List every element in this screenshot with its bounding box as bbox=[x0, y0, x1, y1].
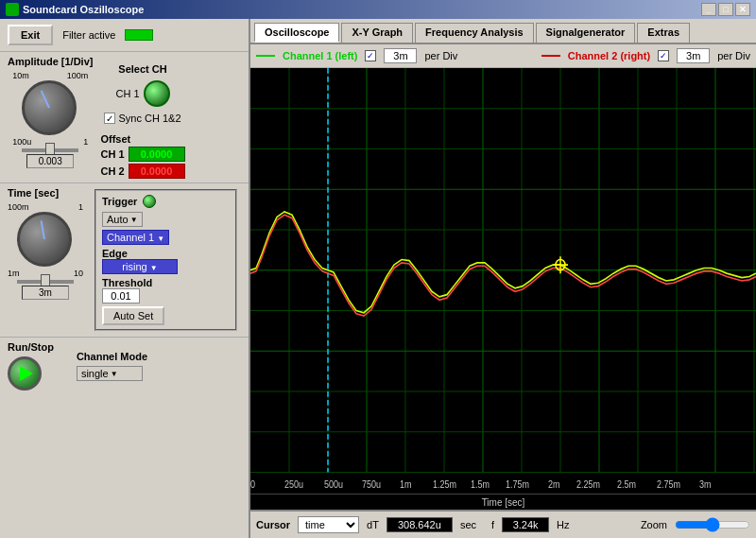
xaxis-title-bar: Time [sec] bbox=[250, 494, 756, 510]
time-slider[interactable] bbox=[17, 280, 74, 284]
edge-section: Edge rising ▼ bbox=[102, 248, 230, 274]
minimize-button[interactable]: _ bbox=[701, 3, 716, 16]
select-ch-label: Select CH bbox=[118, 63, 166, 75]
channel-mode-value: single bbox=[81, 368, 109, 379]
dt-unit: sec bbox=[460, 519, 476, 530]
ch1-channel-label: Channel 1 (left) bbox=[283, 50, 357, 61]
time-label-tl: 100m bbox=[8, 202, 29, 212]
amp-label-br: 1 bbox=[83, 137, 88, 147]
maximize-button[interactable]: □ bbox=[718, 3, 733, 16]
trigger-mode-row: Auto ▼ bbox=[102, 212, 230, 227]
xaxis-label-3m: 3m bbox=[699, 479, 712, 491]
time-value: 3m bbox=[22, 286, 69, 300]
ch1-per-div-input[interactable] bbox=[384, 48, 417, 63]
tab-extras[interactable]: Extras bbox=[637, 23, 690, 43]
amp-label-tr: 100m bbox=[67, 71, 89, 80]
offset-ch1-input[interactable] bbox=[129, 147, 185, 162]
edge-label: Edge bbox=[102, 248, 230, 259]
close-button[interactable]: ✕ bbox=[735, 3, 750, 16]
run-stop-button[interactable] bbox=[8, 356, 42, 390]
tab-xy-graph[interactable]: X-Y Graph bbox=[341, 23, 413, 43]
offset-area: Offset CH 1 CH 2 bbox=[100, 133, 184, 179]
tab-signalgenerator[interactable]: Signalgenerator bbox=[536, 23, 636, 43]
amplitude-section: Amplitude [1/Div] 10m 100m 100u 1 0.003 bbox=[0, 52, 249, 183]
tabs-bar: Oscilloscope X-Y Graph Frequency Analysi… bbox=[250, 19, 756, 44]
xaxis-label-175m: 1.75m bbox=[506, 479, 529, 491]
edge-dropdown[interactable]: rising ▼ bbox=[102, 259, 178, 274]
xaxis-label-500u: 500u bbox=[324, 479, 343, 491]
trigger-mode-label: Auto bbox=[107, 214, 129, 225]
window-controls[interactable]: _ □ ✕ bbox=[701, 3, 750, 16]
ch1-checkbox[interactable]: ✓ bbox=[365, 50, 376, 61]
xaxis-label-25m: 2.5m bbox=[617, 479, 636, 491]
edge-value: rising bbox=[122, 261, 146, 272]
left-panel: Exit Filter active Amplitude [1/Div] 10m… bbox=[0, 19, 250, 538]
osc-svg: 0 250u 500u 750u 1m 1.25m 1.5m 1.75m 2m … bbox=[250, 68, 756, 494]
ch2-per-div-input[interactable] bbox=[677, 48, 710, 63]
ch2-per-div-label: per Div bbox=[717, 50, 750, 61]
ch1-select-label: CH 1 bbox=[115, 88, 139, 99]
play-icon bbox=[20, 366, 33, 381]
app-icon bbox=[6, 3, 19, 16]
select-ch-area: Select CH CH 1 ✓ Sync CH 1&2 Offset CH 1 bbox=[100, 56, 184, 179]
main-container: Exit Filter active Amplitude [1/Div] 10m… bbox=[0, 19, 756, 538]
xaxis-label-125m: 1.25m bbox=[433, 479, 456, 491]
time-label-bl: 1m bbox=[8, 269, 20, 278]
oscilloscope-display: 0 250u 500u 750u 1m 1.25m 1.5m 1.75m 2m … bbox=[250, 68, 756, 494]
ch2-offset-row: CH 2 bbox=[100, 164, 184, 179]
tab-frequency-analysis[interactable]: Frequency Analysis bbox=[415, 23, 534, 43]
time-label-tr: 1 bbox=[78, 202, 83, 212]
threshold-input[interactable] bbox=[102, 288, 140, 304]
filter-label: Filter active bbox=[62, 29, 115, 41]
threshold-label: Threshold bbox=[102, 277, 230, 288]
ch1-per-div-label: per Div bbox=[424, 50, 457, 61]
trigger-channel-row: Channel 1 ▼ bbox=[102, 230, 230, 245]
runstop-section: Run/Stop Channel Mode single ▼ bbox=[0, 338, 249, 394]
ch1-indicator bbox=[144, 80, 170, 107]
xaxis-label-2m: 2m bbox=[548, 479, 560, 491]
channel-mode-dropdown[interactable]: single ▼ bbox=[77, 366, 143, 381]
ch2-line bbox=[541, 55, 560, 57]
xaxis-label-1m: 1m bbox=[400, 479, 412, 491]
trigger-mode-dropdown[interactable]: Auto ▼ bbox=[102, 212, 143, 227]
trigger-section: Trigger Auto ▼ Channel 1 ▼ Edge bbox=[94, 189, 237, 331]
cursor-bar: Cursor time manual dT 308.642u sec f 3.2… bbox=[250, 510, 756, 538]
right-panel: Oscilloscope X-Y Graph Frequency Analysi… bbox=[250, 19, 756, 538]
ch2-channel-label: Channel 2 (right) bbox=[568, 50, 650, 61]
xaxis-label-750u: 750u bbox=[362, 479, 381, 491]
channel-selector-row: Channel 1 (left) ✓ per Div Channel 2 (ri… bbox=[250, 44, 756, 68]
auto-set-button[interactable]: Auto Set bbox=[102, 306, 164, 325]
zoom-slider[interactable] bbox=[675, 519, 750, 530]
amplitude-value: 0.003 bbox=[26, 154, 74, 168]
offset-ch2-input[interactable] bbox=[129, 164, 185, 179]
amplitude-slider[interactable] bbox=[22, 148, 78, 152]
f-value: 3.24k bbox=[502, 517, 549, 532]
trigger-led bbox=[143, 195, 156, 208]
amplitude-knob[interactable] bbox=[22, 80, 77, 135]
ch1-offset-row: CH 1 bbox=[100, 147, 184, 162]
xaxis-label-0: 0 bbox=[250, 479, 255, 491]
amplitude-area: Amplitude [1/Div] 10m 100m 100u 1 0.003 bbox=[8, 56, 93, 179]
time-title: Time [sec] bbox=[8, 187, 83, 199]
offset-ch1-label: CH 1 bbox=[100, 148, 124, 160]
time-knob[interactable] bbox=[17, 212, 72, 267]
sync-checkbox[interactable]: ✓ bbox=[104, 113, 115, 124]
cursor-mode-select[interactable]: time manual bbox=[298, 516, 359, 533]
time-section: Time [sec] 100m 1 1m 10 3m bbox=[0, 183, 249, 338]
sync-checkbox-row[interactable]: ✓ Sync CH 1&2 bbox=[104, 113, 180, 124]
ch2-checkbox[interactable]: ✓ bbox=[658, 50, 669, 61]
f-label: f bbox=[491, 519, 494, 530]
trigger-channel-dropdown[interactable]: Channel 1 ▼ bbox=[102, 230, 169, 245]
dt-value: 308.642u bbox=[387, 517, 453, 532]
top-controls: Exit Filter active bbox=[0, 19, 249, 52]
xaxis-title: Time [sec] bbox=[482, 497, 525, 508]
auto-set-section: Auto Set bbox=[102, 306, 230, 325]
exit-button[interactable]: Exit bbox=[8, 25, 53, 45]
runstop-label: Run/Stop bbox=[8, 341, 54, 353]
xaxis-label-250u: 250u bbox=[284, 479, 303, 491]
xaxis-label-225m: 2.25m bbox=[576, 479, 600, 491]
tab-oscilloscope[interactable]: Oscilloscope bbox=[254, 23, 339, 43]
amplitude-title: Amplitude [1/Div] bbox=[8, 56, 93, 67]
trigger-mode-arrow: ▼ bbox=[130, 216, 138, 224]
amp-label-bl: 100u bbox=[12, 137, 31, 147]
